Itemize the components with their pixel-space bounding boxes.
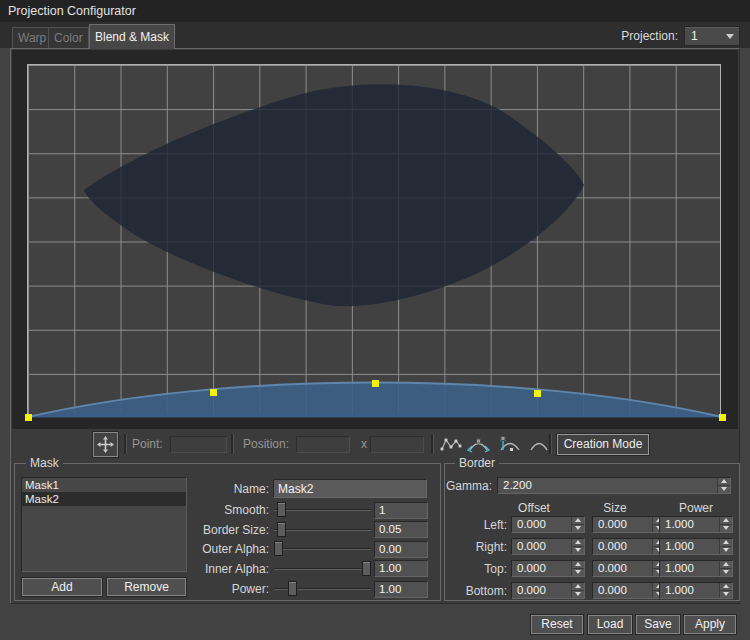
spin-up-button[interactable] xyxy=(720,561,732,569)
polyline-curve-icon xyxy=(439,436,462,453)
reset-button[interactable]: Reset xyxy=(531,615,583,634)
left-row-label: Left: xyxy=(445,516,507,534)
power-slider[interactable] xyxy=(274,580,371,598)
slider-groove xyxy=(274,568,371,570)
outer-alpha-slider[interactable] xyxy=(274,540,371,558)
right-size-value: 0.000 xyxy=(598,539,627,554)
power-value[interactable]: 1.00 xyxy=(374,581,428,598)
inner-alpha-slider[interactable] xyxy=(274,560,371,578)
toolbar-separator xyxy=(231,434,233,454)
smooth-value[interactable]: 1 xyxy=(374,502,428,519)
mask-control-point[interactable] xyxy=(210,389,217,396)
border-size-value[interactable]: 0.05 xyxy=(374,521,428,538)
position-x-separator-label: x xyxy=(361,430,367,458)
mask-group-label: Mask xyxy=(26,456,63,470)
right-offset-spinbox[interactable]: 0.000 xyxy=(511,538,585,555)
mask-control-point[interactable] xyxy=(25,414,32,421)
spin-down-button[interactable] xyxy=(720,525,732,533)
triangle-down-icon xyxy=(575,570,581,574)
curve-handle-tool-button[interactable] xyxy=(496,433,521,456)
top-offset-spinbox[interactable]: 0.000 xyxy=(511,560,585,577)
smooth-slider[interactable] xyxy=(274,501,371,519)
load-button[interactable]: Load xyxy=(588,615,632,634)
triangle-down-icon xyxy=(723,570,729,574)
spin-up-button[interactable] xyxy=(572,583,584,591)
mask-control-point[interactable] xyxy=(719,414,726,421)
move-icon xyxy=(97,436,114,453)
spin-down-button[interactable] xyxy=(572,547,584,555)
spinner-buttons xyxy=(571,583,584,598)
spin-down-button[interactable] xyxy=(572,525,584,533)
spinner-buttons xyxy=(719,539,732,554)
move-tool-button[interactable] xyxy=(93,432,118,457)
spin-down-button[interactable] xyxy=(718,486,730,494)
spin-up-button[interactable] xyxy=(572,561,584,569)
spinner-buttons xyxy=(719,517,732,532)
spin-down-button[interactable] xyxy=(720,547,732,555)
bottom-size-spinbox[interactable]: 0.000 xyxy=(592,582,666,599)
spin-up-button[interactable] xyxy=(572,539,584,547)
spin-up-button[interactable] xyxy=(720,583,732,591)
projection-label: Projection: xyxy=(621,22,678,48)
triangle-up-icon xyxy=(575,518,581,522)
border-size-slider[interactable] xyxy=(274,521,371,539)
position-label: Position: xyxy=(243,430,289,458)
spinner-buttons xyxy=(571,517,584,532)
outer-alpha-value[interactable]: 0.00 xyxy=(374,541,428,558)
projection-combobox[interactable]: 1 xyxy=(684,26,740,46)
right-size-spinbox[interactable]: 0.000 xyxy=(592,538,666,555)
spin-up-button[interactable] xyxy=(720,539,732,547)
spin-up-button[interactable] xyxy=(718,478,730,486)
triangle-up-icon xyxy=(723,584,729,588)
right-power-spinbox[interactable]: 1.000 xyxy=(659,538,733,555)
tab-warp[interactable]: Warp xyxy=(12,27,52,48)
tab-blend-and-mask[interactable]: Blend & Mask xyxy=(89,24,175,49)
bottom-size-value: 0.000 xyxy=(598,583,627,598)
left-offset-spinbox[interactable]: 0.000 xyxy=(511,516,585,533)
bottom-row-label: Bottom: xyxy=(445,582,507,600)
top-power-spinbox[interactable]: 1.000 xyxy=(659,560,733,577)
left-size-spinbox[interactable]: 0.000 xyxy=(592,516,666,533)
apply-button[interactable]: Apply xyxy=(684,615,736,634)
spin-up-button[interactable] xyxy=(720,517,732,525)
right-offset-value: 0.000 xyxy=(517,539,546,554)
triangle-down-icon xyxy=(723,592,729,596)
gamma-spinbox[interactable]: 2.200 xyxy=(497,477,731,494)
spinner-buttons xyxy=(717,478,730,493)
top-size-spinbox[interactable]: 0.000 xyxy=(592,560,666,577)
slider-handle[interactable] xyxy=(277,522,286,537)
mask-control-point[interactable] xyxy=(372,380,379,387)
slider-handle[interactable] xyxy=(277,502,286,517)
tab-color[interactable]: Color xyxy=(48,27,89,48)
slider-handle[interactable] xyxy=(288,581,297,596)
spin-down-button[interactable] xyxy=(572,591,584,599)
spin-down-button[interactable] xyxy=(720,591,732,599)
smooth-curve-tool-button[interactable] xyxy=(466,433,491,456)
triangle-up-icon xyxy=(575,540,581,544)
inner-alpha-value[interactable]: 1.00 xyxy=(374,560,428,577)
spin-down-button[interactable] xyxy=(720,569,732,577)
mask-control-point[interactable] xyxy=(534,390,541,397)
bottom-offset-spinbox[interactable]: 0.000 xyxy=(511,582,585,599)
projection-canvas[interactable] xyxy=(12,50,738,429)
tab-bar: Warp Color Blend & Mask Projection: 1 xyxy=(0,22,750,48)
triangle-down-icon xyxy=(575,592,581,596)
bottom-power-spinbox[interactable]: 1.000 xyxy=(659,582,733,599)
save-button[interactable]: Save xyxy=(636,615,680,634)
mask-name-input[interactable] xyxy=(273,479,427,498)
slider-handle[interactable] xyxy=(274,541,283,556)
polyline-curve-tool-button[interactable] xyxy=(438,433,463,456)
toolbar-separator xyxy=(124,434,126,454)
left-power-spinbox[interactable]: 1.000 xyxy=(659,516,733,533)
top-power-value: 1.000 xyxy=(665,561,694,576)
spin-up-button[interactable] xyxy=(572,517,584,525)
slider-handle[interactable] xyxy=(362,561,371,576)
control-points-layer xyxy=(28,65,722,418)
triangle-down-icon xyxy=(721,487,727,491)
arc-tool-button[interactable] xyxy=(526,433,551,456)
triangle-down-icon xyxy=(575,526,581,530)
border-group: Border Gamma: 2.200 Offset Size Power Le… xyxy=(444,463,740,601)
projection-grid[interactable] xyxy=(27,64,721,417)
creation-mode-button[interactable]: Creation Mode xyxy=(557,434,649,455)
spin-down-button[interactable] xyxy=(572,569,584,577)
